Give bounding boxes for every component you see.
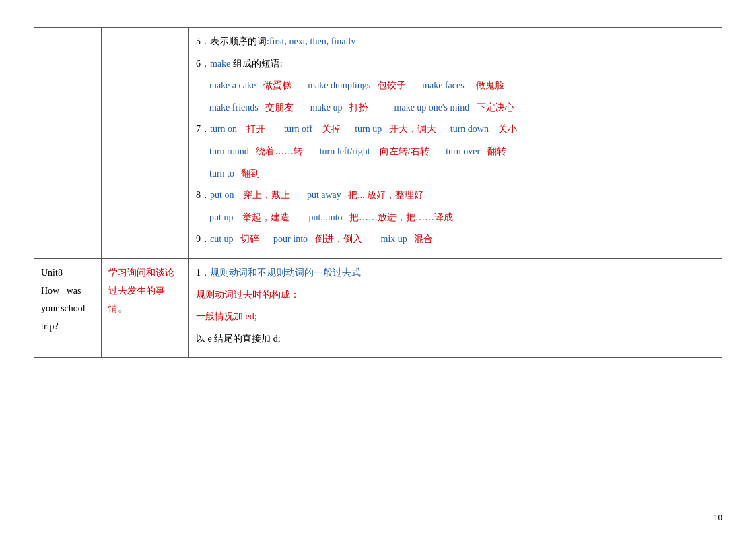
make-friends-zh: 交朋友 bbox=[265, 102, 294, 113]
section-num-8: 8． bbox=[196, 190, 210, 200]
turn-round-zh: 绕着……转 bbox=[256, 146, 303, 156]
make-dumplings-zh: 包饺子 bbox=[378, 80, 406, 90]
turn-over-en: turn over bbox=[446, 146, 480, 156]
turn-round-en: turn round bbox=[209, 146, 249, 156]
turn-to-zh: 翻到 bbox=[241, 168, 260, 179]
section-5: 5．表示顺序的词:first, next, then, finally bbox=[196, 33, 715, 51]
turn-off-zh: 关掉 bbox=[322, 124, 341, 134]
unit8-s1-text: 规则动词和不规则动词的一般过去式 bbox=[210, 268, 361, 278]
section-6-header: 6．make 组成的短语: bbox=[196, 55, 715, 73]
mix-up-en: mix up bbox=[381, 234, 407, 244]
turn-up-zh: 开大，调大 bbox=[389, 124, 436, 134]
section-num-6: 6． bbox=[196, 59, 210, 69]
unit8-num-1: 1． bbox=[196, 268, 210, 278]
make-dumplings-en: make dumplings bbox=[308, 80, 370, 90]
table-row-2: Unit8 How was your school trip? Unit8 Ho… bbox=[34, 258, 722, 357]
section-6-line2: make friends 交朋友 make up 打扮 make up one'… bbox=[196, 99, 715, 117]
section-5-en: first, next, then, finally bbox=[269, 36, 355, 46]
make-up-zh: 打扮 bbox=[349, 102, 368, 113]
section-5-text: 表示顺序的词: bbox=[210, 36, 269, 46]
page-number: 10 bbox=[714, 512, 722, 523]
main-table: 5．表示顺序的词:first, next, then, finally 6．ma… bbox=[34, 27, 722, 358]
put-up-en: put up bbox=[209, 212, 233, 222]
make-up-mind-en: make up one's mind bbox=[394, 102, 470, 113]
unit-cell-2: Unit8 How was your school trip? Unit8 Ho… bbox=[34, 258, 102, 357]
content-cell-2: 1．规则动词和不规则动词的一般过去式 规则动词过去时的构成： 一般情况加 ed;… bbox=[189, 258, 722, 357]
put-away-zh: 把....放好，整理好 bbox=[348, 190, 423, 200]
section-num-7: 7． bbox=[196, 124, 210, 134]
section-num-5: 5． bbox=[196, 36, 210, 46]
make-faces-en: make faces bbox=[422, 80, 465, 90]
cut-up-zh: 切碎 bbox=[240, 234, 259, 244]
make-faces-zh: 做鬼脸 bbox=[476, 80, 504, 90]
topic-cell-1 bbox=[102, 28, 189, 259]
unit8-s4-text: 以 e 结尾的直接加 d; bbox=[196, 334, 281, 344]
section-8-line2: put up 举起，建造 put...into 把……放进，把……译成 bbox=[196, 209, 715, 227]
turn-leftright-zh: 向左转/右转 bbox=[380, 146, 429, 156]
topic-cell-2: 学习询问和谈论过去发生的事情。 bbox=[102, 258, 189, 357]
cut-up-en: cut up bbox=[210, 234, 234, 244]
section-7-line3: turn to 翻到 bbox=[196, 165, 715, 183]
section-8-line1: 8．put on 穿上，戴上 put away 把....放好，整理好 bbox=[196, 187, 715, 205]
unit8-section-1: 1．规则动词和不规则动词的一般过去式 bbox=[196, 264, 715, 282]
turn-over-zh: 翻转 bbox=[487, 146, 506, 156]
table-row-1: 5．表示顺序的词:first, next, then, finally 6．ma… bbox=[34, 28, 722, 259]
make-up-mind-zh: 下定决心 bbox=[477, 102, 514, 113]
make-a-cake-zh: 做蛋糕 bbox=[263, 80, 291, 90]
unit8-s3-text: 一般情况加 ed; bbox=[196, 311, 257, 321]
section-7-line2: turn round 绕着……转 turn left/right 向左转/右转 … bbox=[196, 143, 715, 161]
turn-off-en: turn off bbox=[284, 124, 312, 134]
turn-on-en: turn on bbox=[210, 124, 237, 134]
unit8-s2-text: 规则动词过去时的构成： bbox=[196, 290, 300, 300]
section-7-line1: 7．turn on 打开 turn off 关掉 turn up 开大，调大 bbox=[196, 121, 715, 139]
put-on-en: put on bbox=[210, 190, 234, 200]
turn-on-zh: 打开 bbox=[246, 124, 265, 134]
unit8-s2: 规则动词过去时的构成： bbox=[196, 286, 715, 305]
make-a-cake-en: make a cake bbox=[209, 80, 256, 90]
section-9-line1: 9．cut up 切碎 pour into 倒进，倒入 mix up 混合 bbox=[196, 230, 715, 249]
unit8-s4: 以 e 结尾的直接加 d; bbox=[196, 330, 715, 348]
content-cell-1: 5．表示顺序的词:first, next, then, finally 6．ma… bbox=[189, 28, 722, 259]
mix-up-zh: 混合 bbox=[414, 234, 433, 244]
put-up-zh: 举起，建造 bbox=[242, 212, 289, 222]
put-away-en: put away bbox=[307, 190, 341, 200]
put-on-zh: 穿上，戴上 bbox=[243, 190, 290, 200]
page-container: 5．表示顺序的词:first, next, then, finally 6．ma… bbox=[0, 0, 756, 535]
pour-into-zh: 倒进，倒入 bbox=[315, 234, 362, 244]
section-6-line1: make a cake 做蛋糕 make dumplings 包饺子 make … bbox=[196, 77, 715, 95]
make-up-en: make up bbox=[310, 102, 343, 113]
topic-2-text: 学习询问和谈论过去发生的事情。 bbox=[108, 268, 174, 313]
put-into-zh: 把……放进，把……译成 bbox=[349, 212, 453, 222]
section-6-make: make bbox=[210, 59, 230, 69]
turn-up-en: turn up bbox=[355, 124, 382, 134]
unit-cell-1 bbox=[34, 28, 102, 259]
turn-leftright-en: turn left/right bbox=[320, 146, 370, 156]
section-num-9: 9． bbox=[196, 234, 210, 244]
unit8-s3: 一般情况加 ed; bbox=[196, 308, 715, 326]
put-into-en: put...into bbox=[308, 212, 342, 222]
make-friends-en: make friends bbox=[209, 102, 259, 113]
turn-to-en: turn to bbox=[209, 168, 234, 179]
turn-down-zh: 关小 bbox=[498, 124, 517, 134]
turn-down-en: turn down bbox=[450, 124, 489, 134]
pour-into-en: pour into bbox=[273, 234, 308, 244]
section-6-text: 组成的短语: bbox=[230, 59, 282, 69]
